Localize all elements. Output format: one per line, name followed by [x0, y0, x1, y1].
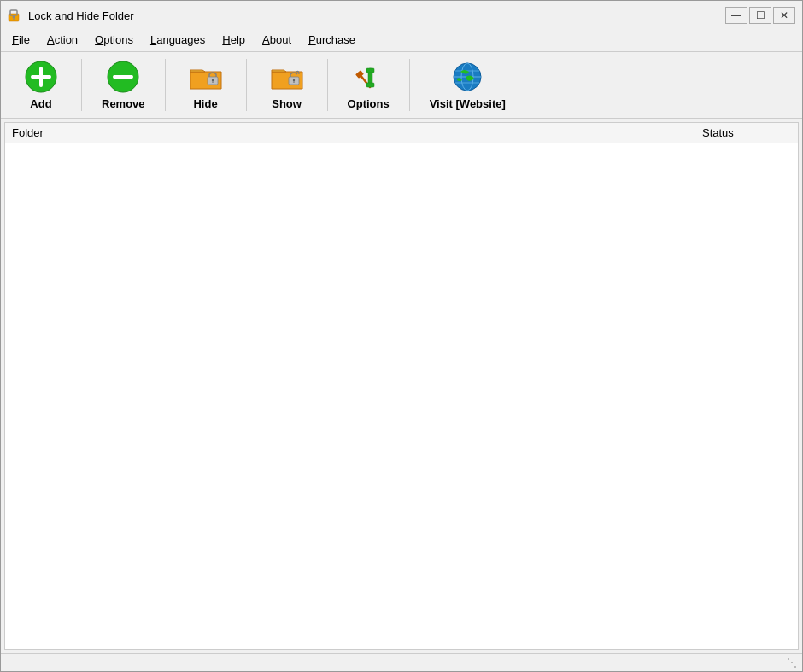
list-body: [5, 143, 798, 649]
menu-bar: File Action Options Languages Help About…: [1, 28, 802, 52]
remove-label: Remove: [102, 97, 145, 110]
title-bar-left: Lock and Hide Folder: [8, 8, 134, 23]
svg-point-10: [211, 79, 213, 81]
menu-options[interactable]: Options: [87, 30, 141, 50]
divider-5: [409, 59, 410, 111]
menu-languages[interactable]: Languages: [143, 30, 213, 50]
main-window: Lock and Hide Folder — ☐ ✕ File Action O…: [0, 0, 803, 672]
visit-website-icon: [448, 60, 486, 94]
menu-action[interactable]: Action: [39, 30, 85, 50]
divider-3: [246, 59, 247, 111]
window-controls: — ☐ ✕: [725, 7, 795, 24]
divider-1: [81, 59, 82, 111]
remove-icon: [104, 60, 142, 94]
add-icon: [22, 60, 60, 94]
svg-point-2: [13, 16, 15, 19]
menu-purchase[interactable]: Purchase: [301, 30, 363, 50]
visit-website-label: Visit [Website]: [430, 97, 506, 110]
title-bar: Lock and Hide Folder — ☐ ✕: [1, 1, 802, 28]
menu-help[interactable]: Help: [214, 30, 253, 50]
divider-2: [165, 59, 166, 111]
svg-rect-18: [366, 68, 374, 73]
window-title: Lock and Hide Folder: [28, 9, 134, 22]
visit-website-button[interactable]: Visit [Website]: [412, 56, 524, 114]
hide-label: Hide: [193, 97, 217, 110]
add-label: Add: [30, 97, 51, 110]
show-label: Show: [272, 97, 302, 110]
show-button[interactable]: Show: [249, 56, 325, 114]
app-icon: [8, 8, 23, 23]
column-status: Status: [695, 123, 798, 143]
svg-point-13: [292, 79, 294, 81]
hide-button[interactable]: Hide: [167, 56, 244, 114]
hide-icon: [187, 60, 225, 94]
minimize-button[interactable]: —: [725, 7, 747, 24]
close-button[interactable]: ✕: [773, 7, 795, 24]
content-area: Folder Status: [4, 122, 799, 650]
toolbar: Add Remove Hide: [1, 52, 802, 119]
add-button[interactable]: Add: [3, 56, 79, 114]
show-icon: [268, 60, 306, 94]
remove-button[interactable]: Remove: [84, 56, 163, 114]
resize-grip: ⋱: [785, 656, 799, 669]
status-bar: ⋱: [1, 653, 802, 671]
maximize-button[interactable]: ☐: [749, 7, 771, 24]
options-button[interactable]: Options: [330, 56, 407, 114]
divider-4: [327, 59, 328, 111]
menu-about[interactable]: About: [255, 30, 299, 50]
options-icon: [349, 60, 387, 94]
svg-rect-19: [366, 83, 374, 87]
column-folder: Folder: [5, 123, 695, 143]
list-header: Folder Status: [5, 123, 798, 143]
options-label: Options: [348, 97, 390, 110]
menu-file[interactable]: File: [4, 30, 38, 50]
